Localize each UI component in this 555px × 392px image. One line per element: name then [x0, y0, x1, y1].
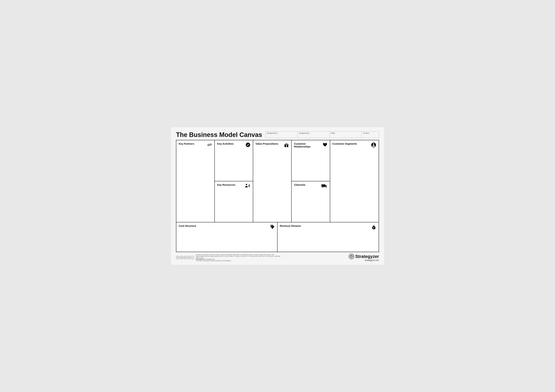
svg-point-12	[322, 187, 323, 188]
svg-point-16	[373, 143, 374, 145]
key-partners-cell: Key Partners	[176, 140, 214, 222]
designed-by-field[interactable]: Designed by:	[298, 131, 330, 138]
channels-cell: Channels	[292, 181, 330, 222]
cc-icon-3: ©	[183, 256, 187, 259]
key-partners-icon	[207, 142, 212, 148]
cc-icon-5: i	[191, 256, 194, 259]
cost-structure-text: Cost Structure	[179, 224, 196, 227]
value-propositions-text: Value Propositions	[256, 142, 278, 145]
svg-rect-5	[248, 186, 250, 186]
date-label: Date:	[331, 132, 360, 134]
date-field[interactable]: Date:	[330, 131, 362, 138]
svg-point-20	[350, 255, 353, 258]
customer-relationships-cell: Customer Relationships	[292, 140, 330, 181]
business-model-canvas: Key Partners	[176, 140, 379, 252]
revenue-streams-label-row: Revenue Streams $	[280, 224, 376, 230]
svg-point-3	[249, 185, 250, 185]
svg-point-13	[326, 187, 327, 188]
cc-icon-2: ©	[180, 256, 183, 259]
header-fields: Designed for: Designed by: Date: Version…	[265, 131, 379, 138]
key-resources-icon	[245, 183, 250, 189]
cost-structure-label-row: Cost Structure	[179, 224, 275, 230]
cc-icon-1: ©	[176, 256, 179, 259]
key-resources-section: Key Resources	[215, 181, 253, 222]
cc-icon-4: ©	[187, 256, 190, 259]
key-partners-column: Key Partners	[176, 140, 215, 222]
key-activities-cell: Key Activities	[215, 140, 253, 181]
svg-point-2	[246, 184, 247, 185]
designed-for-label: Designed for:	[267, 132, 296, 134]
channels-text: Channels	[294, 183, 305, 186]
key-partners-label-row: Key Partners	[179, 142, 212, 148]
designed-by-label: DESIGNED BY:	[196, 258, 205, 260]
key-activities-section: Key Activities	[215, 140, 253, 181]
svg-point-1	[246, 143, 250, 147]
channels-section: Channels	[292, 181, 330, 222]
cost-structure-icon	[270, 224, 275, 230]
key-activities-label-row: Key Activities	[217, 142, 250, 148]
revenue-streams-column: Revenue Streams $	[278, 222, 379, 252]
strategyzer-logo: Strategyzer	[349, 254, 379, 259]
version-label: Version:	[363, 132, 378, 134]
brand-name: Strategyzer	[355, 254, 379, 259]
key-resources-label-row: Key Resources	[217, 183, 250, 189]
customer-segments-icon	[371, 142, 376, 148]
footer: © © © © i This work is licensed under th…	[176, 254, 379, 261]
customer-relationships-icon	[322, 142, 328, 148]
customer-segments-cell: Customer Segments	[330, 140, 379, 222]
canvas-bottom-row: Cost Structure Reve	[176, 222, 379, 252]
footer-left: © © © © i This work is licensed under th…	[176, 254, 283, 261]
value-propositions-cell: Value Propositions	[253, 140, 291, 222]
company-name: Strategyzer AG	[206, 258, 215, 260]
customer-relationships-section: Customer Relationships	[292, 140, 330, 181]
header: The Business Model Canvas Designed for: …	[176, 131, 379, 138]
svg-point-21	[351, 257, 352, 257]
key-activities-icon	[245, 142, 250, 148]
customer-segments-label-row: Customer Segments	[333, 142, 377, 148]
svg-point-17	[271, 226, 272, 226]
svg-rect-10	[286, 144, 287, 145]
designed-for-field[interactable]: Designed for:	[266, 131, 298, 138]
value-propositions-label-row: Value Propositions	[256, 142, 289, 148]
revenue-streams-cell: Revenue Streams $	[278, 222, 379, 252]
revenue-streams-text: Revenue Streams	[280, 224, 301, 227]
page: The Business Model Canvas Designed for: …	[171, 127, 384, 265]
revenue-streams-icon: $	[371, 224, 376, 230]
svg-rect-11	[321, 184, 325, 187]
cr-channels-column: Customer Relationships Channels	[292, 140, 330, 222]
activities-resources-column: Key Activities Key	[215, 140, 253, 222]
value-propositions-column: Value Propositions	[253, 140, 292, 222]
canvas-top-row: Key Partners	[176, 140, 379, 222]
key-partners-text: Key Partners	[179, 142, 194, 145]
customer-relationships-label-row: Customer Relationships	[294, 142, 327, 148]
designed-by-label: Designed by:	[299, 132, 328, 134]
page-title: The Business Model Canvas	[176, 132, 262, 138]
cc-icons: © © © © i	[176, 256, 194, 259]
brand-url: strategyzer.com	[349, 259, 379, 261]
key-resources-cell: Key Resources	[215, 181, 253, 222]
footer-right: Strategyzer strategyzer.com	[349, 254, 379, 261]
version-field[interactable]: Version:	[362, 131, 379, 138]
channels-icon	[321, 183, 328, 189]
cost-structure-column: Cost Structure	[176, 222, 278, 252]
key-activities-text: Key Activities	[217, 142, 234, 145]
key-resources-text: Key Resources	[217, 183, 235, 186]
footer-license-text: This work is licensed under the Creative…	[196, 254, 283, 261]
customer-relationships-text: Customer Relationships	[294, 142, 322, 148]
channels-label-row: Channels	[294, 183, 327, 189]
tagline: The makers of Business Model Generation …	[196, 260, 231, 261]
cost-structure-cell: Cost Structure	[176, 222, 277, 252]
customer-segments-text: Customer Segments	[333, 142, 357, 145]
value-propositions-icon	[284, 142, 289, 148]
svg-text:$: $	[373, 227, 374, 229]
strategyzer-logo-icon	[349, 254, 354, 259]
customer-segments-column: Customer Segments	[330, 140, 379, 222]
